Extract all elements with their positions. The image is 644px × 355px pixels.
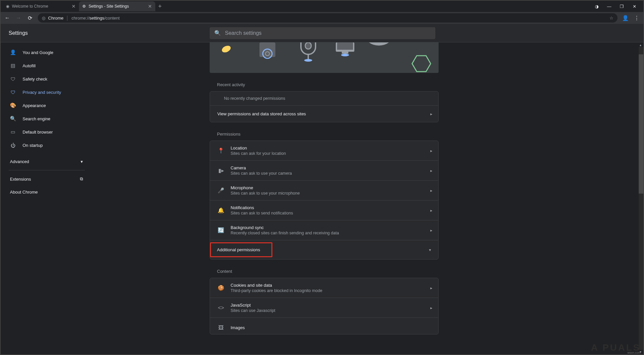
- shield-icon: 🛡: [10, 89, 16, 95]
- svg-point-0: [221, 44, 232, 54]
- chevron-right-icon: ▸: [430, 208, 432, 213]
- sidebar-item-you-and-google[interactable]: 👤You and Google: [1, 46, 90, 59]
- bookmark-icon[interactable]: ☆: [609, 16, 613, 21]
- svg-rect-8: [337, 42, 353, 50]
- sidebar-item-search-engine[interactable]: 🔍Search engine: [1, 112, 90, 125]
- search-settings-input[interactable]: 🔍 Search settings: [210, 27, 435, 39]
- search-icon: 🔍: [10, 116, 16, 122]
- svg-point-10: [341, 54, 349, 56]
- minimize-button[interactable]: —: [606, 4, 612, 9]
- chevron-right-icon: ▸: [430, 168, 432, 173]
- permission-row-location[interactable]: 📍 LocationSites can ask for your locatio…: [210, 141, 438, 160]
- close-window-button[interactable]: ✕: [631, 4, 637, 9]
- sidebar-item-default-browser[interactable]: ▭Default browser: [1, 125, 90, 139]
- location-icon: 📍: [217, 148, 225, 154]
- sidebar-extensions-link[interactable]: Extensions⧉: [1, 172, 90, 186]
- permission-row-camera[interactable]: ▮▸ CameraSites can ask to use your camer…: [210, 160, 438, 180]
- clipboard-icon: ▤: [10, 63, 16, 69]
- hero-banner: [210, 42, 439, 73]
- chevron-right-icon: ▸: [430, 286, 432, 290]
- settings-sidebar: 👤You and Google ▤Autofill 🛡Safety check …: [1, 42, 90, 354]
- chevron-right-icon: ▸: [430, 228, 432, 233]
- power-icon: ⏻: [10, 143, 16, 148]
- tab-title: Welcome to Chrome: [12, 4, 48, 9]
- page-title: Settings: [9, 30, 28, 36]
- permissions-label: Permissions: [217, 132, 439, 137]
- camera-icon: ▮▸: [217, 167, 225, 174]
- cookie-icon: 🍪: [217, 285, 225, 291]
- close-icon[interactable]: ✕: [72, 4, 76, 9]
- mic-icon: 🎤: [217, 187, 225, 194]
- tab-settings[interactable]: ⚙ Settings - Site Settings ✕: [79, 1, 155, 11]
- gear-icon: ⚙: [82, 4, 86, 9]
- address-brand: Chrome: [48, 16, 63, 21]
- address-bar[interactable]: ◎ Chrome │ chrome://settings/content ☆: [38, 13, 617, 23]
- profile-icon[interactable]: 👤: [622, 15, 629, 21]
- svg-rect-9: [342, 52, 348, 54]
- corner-attribution: wsxn.com: [627, 351, 641, 354]
- chevron-right-icon: ▸: [430, 188, 432, 193]
- search-placeholder: Search settings: [225, 30, 261, 36]
- sync-icon: 🔄: [217, 227, 225, 233]
- permissions-card: 📍 LocationSites can ask for your locatio…: [210, 141, 439, 260]
- permission-row-microphone[interactable]: 🎤 MicrophoneSites can ask to use your mi…: [210, 180, 438, 200]
- content-row-javascript[interactable]: <> JavaScriptSites can use Javascript ▸: [210, 298, 438, 318]
- chevron-down-icon: ▾: [81, 159, 83, 164]
- content-section-label: Content: [217, 269, 439, 274]
- scrollbar-thumb[interactable]: [639, 54, 643, 194]
- maximize-button[interactable]: ❐: [619, 4, 625, 9]
- content-card: 🍪 Cookies and site dataThird-party cooki…: [210, 278, 439, 334]
- sidebar-advanced-toggle[interactable]: Advanced▾: [1, 155, 90, 168]
- tab-welcome[interactable]: ◉ Welcome to Chrome ✕: [3, 1, 79, 11]
- chevron-right-icon: ▸: [430, 112, 432, 116]
- svg-marker-11: [412, 56, 431, 72]
- svg-rect-4: [305, 42, 311, 49]
- sidebar-about-link[interactable]: About Chrome: [1, 186, 90, 199]
- image-icon: 🖼: [217, 325, 225, 331]
- menu-icon[interactable]: ⋮: [633, 15, 640, 21]
- permission-row-background-sync[interactable]: 🔄 Background syncRecently closed sites c…: [210, 220, 438, 240]
- browser-toolbar: ← → ⟳ ◎ Chrome │ chrome://settings/conte…: [1, 12, 643, 24]
- shield-check-icon: 🛡: [10, 76, 16, 82]
- person-icon: 👤: [10, 49, 16, 55]
- svg-point-6: [304, 59, 312, 62]
- sidebar-item-privacy-security[interactable]: 🛡Privacy and security: [1, 86, 90, 99]
- close-icon[interactable]: ✕: [148, 4, 152, 9]
- globe-icon: ◉: [6, 4, 9, 9]
- palette-icon: 🎨: [10, 102, 16, 108]
- forward-button: →: [15, 15, 22, 21]
- settings-header: Settings 🔍 Search settings: [1, 24, 643, 42]
- code-icon: <>: [217, 305, 225, 311]
- media-control-icon[interactable]: ◑: [594, 4, 600, 9]
- recent-activity-label: Recent activity: [217, 82, 439, 87]
- window-tab-strip: ◉ Welcome to Chrome ✕ ⚙ Settings - Site …: [1, 1, 643, 12]
- sidebar-item-on-startup[interactable]: ⏻On startup: [1, 139, 90, 152]
- content-row-cookies[interactable]: 🍪 Cookies and site dataThird-party cooki…: [210, 278, 438, 298]
- chevron-right-icon: ▸: [430, 306, 432, 310]
- bell-icon: 🔔: [217, 207, 225, 213]
- content-row-images[interactable]: 🖼 Images: [210, 318, 438, 334]
- sidebar-item-appearance[interactable]: 🎨Appearance: [1, 99, 90, 112]
- reload-button[interactable]: ⟳: [27, 15, 33, 21]
- sidebar-item-autofill[interactable]: ▤Autofill: [1, 59, 90, 72]
- additional-permissions-row[interactable]: Additional permissions ▾: [210, 240, 438, 259]
- additional-permissions-label: Additional permissions: [210, 242, 272, 257]
- browser-icon: ▭: [10, 129, 16, 135]
- open-in-new-icon: ⧉: [80, 176, 83, 182]
- back-button[interactable]: ←: [4, 15, 11, 21]
- recent-activity-card: No recently changed permissions View per…: [210, 91, 439, 122]
- tab-title: Settings - Site Settings: [89, 4, 129, 9]
- chevron-down-icon: ▾: [429, 248, 432, 252]
- sidebar-item-safety-check[interactable]: 🛡Safety check: [1, 72, 90, 86]
- chevron-right-icon: ▸: [430, 148, 432, 153]
- view-permissions-row[interactable]: View permissions and data stored across …: [210, 105, 438, 122]
- recent-activity-empty: No recently changed permissions: [210, 91, 438, 105]
- permission-row-notifications[interactable]: 🔔 NotificationsSites can ask to send not…: [210, 200, 438, 220]
- svg-point-3: [265, 52, 269, 56]
- settings-content: Recent activity No recently changed perm…: [210, 42, 439, 354]
- site-info-icon[interactable]: ◎: [42, 16, 45, 21]
- new-tab-button[interactable]: +: [155, 2, 165, 11]
- search-icon: 🔍: [214, 30, 221, 36]
